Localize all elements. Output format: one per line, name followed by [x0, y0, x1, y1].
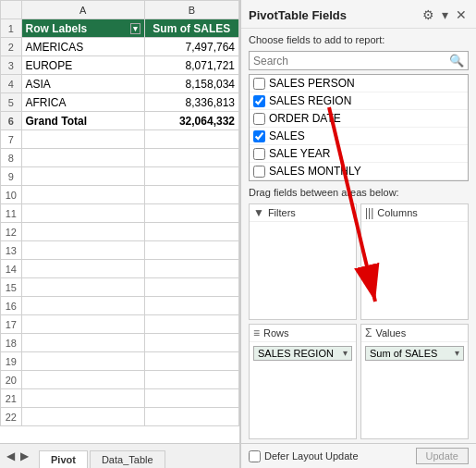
settings-icon[interactable]: ⚙	[421, 6, 436, 24]
field-item[interactable]: SALES PERSON	[250, 75, 468, 92]
pivot-panel-header: PivotTable Fields ⚙ ▾ ✕	[241, 0, 476, 29]
field-label: SALES	[269, 129, 305, 142]
pivot-panel-icons: ⚙ ▾ ✕	[421, 6, 469, 24]
cell-b[interactable]: Sum of SALES	[144, 19, 238, 38]
cell-a[interactable]: EUROPE	[21, 56, 144, 75]
cell-b[interactable]	[144, 352, 238, 371]
field-checkbox[interactable]	[253, 130, 265, 142]
values-chip-sum-sales[interactable]: Sum of SALES ▾	[365, 346, 464, 361]
field-checkbox[interactable]	[253, 166, 265, 178]
update-button[interactable]: Update	[416, 448, 469, 464]
row-number: 12	[1, 223, 22, 241]
row-number: 18	[1, 334, 22, 352]
cell-a[interactable]	[21, 149, 144, 167]
close-icon[interactable]: ✕	[454, 6, 469, 24]
row-number: 8	[1, 149, 22, 167]
cell-b[interactable]	[144, 260, 238, 278]
search-input[interactable]	[253, 55, 449, 68]
rows-chip-sales-region[interactable]: SALES REGION ▾	[253, 346, 352, 361]
field-item[interactable]: SALES MONTHLY	[250, 163, 468, 180]
pivot-bottom: Defer Layout Update Update	[241, 443, 476, 468]
cell-b[interactable]	[144, 241, 238, 260]
filters-content[interactable]	[250, 222, 356, 319]
pivot-panel: PivotTable Fields ⚙ ▾ ✕ Choose fields to…	[240, 0, 476, 468]
cell-a[interactable]: Grand Total	[21, 112, 144, 130]
cell-a[interactable]	[21, 408, 144, 426]
row-number: 3	[1, 56, 22, 75]
cell-a[interactable]	[21, 186, 144, 204]
cell-b[interactable]	[144, 130, 238, 149]
columns-content[interactable]	[361, 222, 468, 319]
cell-a[interactable]	[21, 241, 144, 260]
rows-header: ≡ Rows	[250, 325, 356, 342]
cell-b[interactable]	[144, 315, 238, 334]
cell-b[interactable]	[144, 278, 238, 297]
cell-b[interactable]	[144, 297, 238, 315]
cell-a[interactable]	[21, 371, 144, 389]
field-checkbox[interactable]	[253, 95, 265, 107]
filters-zone: ▼ Filters	[249, 203, 357, 320]
cell-b[interactable]: 8,071,721	[144, 56, 238, 75]
cell-a[interactable]: AFRICA	[21, 93, 144, 112]
cell-b[interactable]	[144, 408, 238, 426]
cell-b[interactable]: 8,158,034	[144, 75, 238, 93]
cell-a[interactable]	[21, 260, 144, 278]
cell-a[interactable]: ASIA	[21, 75, 144, 93]
cell-a[interactable]	[21, 352, 144, 371]
search-box: 🔍	[249, 51, 469, 70]
cell-b[interactable]	[144, 334, 238, 352]
cell-a[interactable]	[21, 297, 144, 315]
cell-b[interactable]	[144, 204, 238, 223]
cell-b[interactable]: 8,336,813	[144, 93, 238, 112]
cell-a[interactable]	[21, 389, 144, 408]
cell-a[interactable]	[21, 278, 144, 297]
tab-pivot[interactable]: Pivot	[39, 450, 88, 468]
columns-label: Columns	[377, 207, 417, 218]
tab-bar: Pivot Data_Table	[35, 444, 239, 468]
field-checkbox[interactable]	[253, 148, 265, 160]
row-number: 9	[1, 167, 22, 186]
defer-layout-label[interactable]: Defer Layout Update	[249, 450, 359, 462]
row-number: 13	[1, 241, 22, 260]
cell-a[interactable]: AMERICAS	[21, 38, 144, 56]
tab-data-table[interactable]: Data_Table	[90, 450, 165, 468]
field-checkbox[interactable]	[253, 78, 265, 90]
cell-a[interactable]	[21, 204, 144, 223]
defer-layout-checkbox[interactable]	[249, 450, 261, 462]
cell-b[interactable]	[144, 167, 238, 186]
cell-b[interactable]: 32,064,332	[144, 112, 238, 130]
cell-b[interactable]	[144, 149, 238, 167]
values-chip-dropdown[interactable]: ▾	[455, 348, 459, 358]
cell-a[interactable]	[21, 167, 144, 186]
cell-a[interactable]	[21, 130, 144, 149]
field-label: SALES REGION	[269, 94, 351, 107]
cell-a[interactable]	[21, 315, 144, 334]
field-item[interactable]: SALES REGION	[250, 92, 468, 110]
cell-b[interactable]	[144, 371, 238, 389]
cell-b[interactable]	[144, 223, 238, 241]
row-number: 4	[1, 75, 22, 93]
cell-a[interactable]	[21, 223, 144, 241]
table-wrapper: A B 1Row Labels▾Sum of SALES2AMERICAS7,4…	[0, 0, 239, 443]
cell-b[interactable]	[144, 186, 238, 204]
table-row: 9	[1, 167, 239, 186]
table-row: 10	[1, 186, 239, 204]
field-item[interactable]: ORDER DATE	[250, 110, 468, 128]
table-row: 5AFRICA8,336,813	[1, 93, 239, 112]
field-item[interactable]: SALE YEAR	[250, 145, 468, 163]
dropdown-icon[interactable]: ▾	[440, 6, 450, 24]
cell-a[interactable]	[21, 334, 144, 352]
columns-icon: |||	[365, 206, 373, 219]
nav-right-icon[interactable]: ▶	[18, 450, 31, 462]
cell-b[interactable]	[144, 389, 238, 408]
cell-b[interactable]: 7,497,764	[144, 38, 238, 56]
cell-a[interactable]: Row Labels▾	[21, 19, 144, 38]
drag-label: Drag fields between areas below:	[241, 181, 476, 200]
sheet-nav: ◀ ▶ Pivot Data_Table	[0, 443, 239, 468]
field-item[interactable]: SALES	[250, 128, 468, 145]
row-number: 14	[1, 260, 22, 278]
col-a-header: A	[21, 1, 144, 19]
field-checkbox[interactable]	[253, 113, 265, 125]
rows-chip-dropdown[interactable]: ▾	[343, 348, 348, 358]
nav-left-icon[interactable]: ◀	[4, 450, 18, 462]
